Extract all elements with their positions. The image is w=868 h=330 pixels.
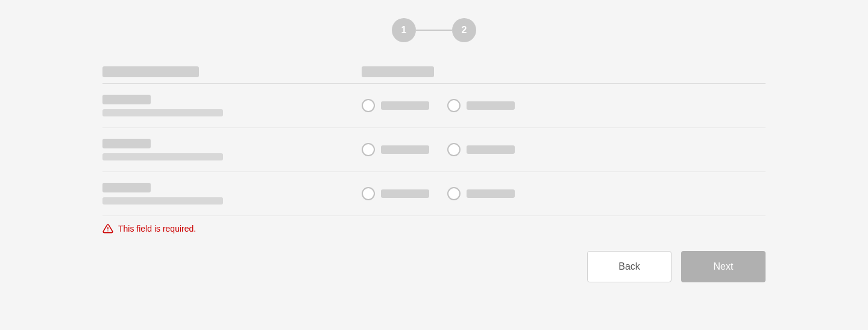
- radio-circle-3a[interactable]: [362, 187, 375, 200]
- row-title-3: [102, 183, 151, 192]
- radio-label-3a: [381, 189, 429, 198]
- step-connector: [416, 30, 452, 31]
- stepper: 1 2: [392, 18, 476, 42]
- form-container: This field is required.: [102, 60, 766, 241]
- warning-icon: [102, 223, 113, 234]
- row-title-1: [102, 95, 151, 104]
- radio-label-3b: [467, 189, 515, 198]
- row-desc-3: [102, 197, 223, 205]
- radio-option-3a[interactable]: [362, 187, 429, 200]
- step-2: 2: [452, 18, 476, 42]
- error-message-row: This field is required.: [102, 216, 766, 241]
- table-row: [102, 128, 766, 172]
- back-button[interactable]: Back: [587, 251, 671, 282]
- radio-option-2a[interactable]: [362, 143, 429, 156]
- radio-circle-2b[interactable]: [447, 143, 461, 156]
- step-1: 1: [392, 18, 416, 42]
- row-label-col-2: [102, 139, 362, 160]
- header-label-col: [102, 66, 362, 77]
- table-row: [102, 172, 766, 216]
- next-button[interactable]: Next: [681, 251, 766, 282]
- radio-option-1a[interactable]: [362, 99, 429, 112]
- radio-label-1b: [467, 101, 515, 110]
- radio-circle-1a[interactable]: [362, 99, 375, 112]
- error-text: This field is required.: [118, 224, 196, 233]
- radio-option-3b[interactable]: [447, 187, 515, 200]
- radio-label-1a: [381, 101, 429, 110]
- radio-option-2b[interactable]: [447, 143, 515, 156]
- row-label-col-1: [102, 95, 362, 116]
- radio-circle-3b[interactable]: [447, 187, 461, 200]
- header-options-bar: [362, 66, 434, 77]
- row-title-2: [102, 139, 151, 148]
- radio-label-2a: [381, 145, 429, 154]
- row-options-col-2: [362, 143, 766, 156]
- radio-label-2b: [467, 145, 515, 154]
- row-options-col-3: [362, 187, 766, 200]
- row-desc-2: [102, 153, 223, 160]
- row-options-col-1: [362, 99, 766, 112]
- row-label-col-3: [102, 183, 362, 205]
- radio-option-1b[interactable]: [447, 99, 515, 112]
- table-header: [102, 60, 766, 84]
- button-row: Back Next: [102, 251, 766, 282]
- table-row: [102, 84, 766, 128]
- row-desc-1: [102, 109, 223, 116]
- radio-circle-1b[interactable]: [447, 99, 461, 112]
- radio-circle-2a[interactable]: [362, 143, 375, 156]
- header-options-col: [362, 66, 766, 77]
- header-label-bar: [102, 66, 199, 77]
